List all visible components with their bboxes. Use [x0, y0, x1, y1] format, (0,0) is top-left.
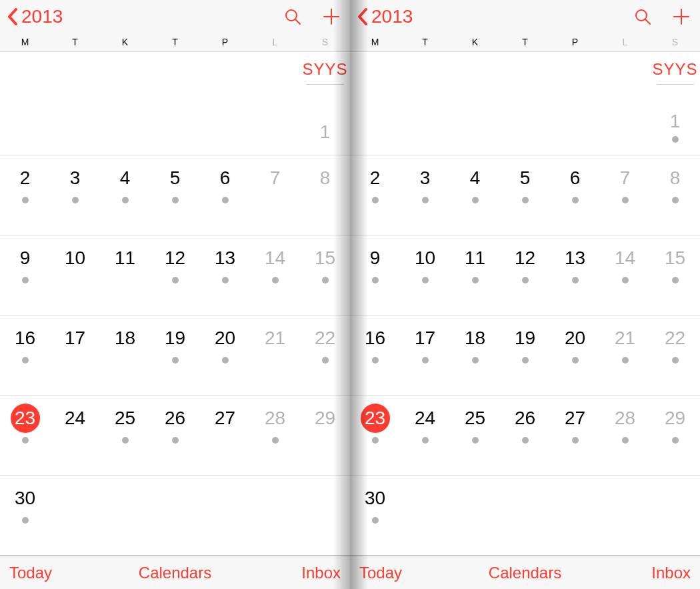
- day-number: 11: [461, 243, 490, 273]
- calendar-day[interactable]: 16: [0, 316, 50, 395]
- event-dot: [372, 277, 379, 283]
- calendar-day[interactable]: 29: [650, 396, 700, 475]
- calendar-day[interactable]: 28: [250, 396, 300, 475]
- day-number: 13: [211, 243, 240, 273]
- calendar-day[interactable]: 26: [500, 396, 550, 475]
- calendar-day[interactable]: 19: [500, 316, 550, 395]
- calendar-day[interactable]: 18: [450, 316, 500, 395]
- calendar-day[interactable]: 27: [200, 396, 250, 475]
- calendar-day[interactable]: 7: [600, 155, 650, 235]
- calendar-day[interactable]: 2: [0, 155, 50, 235]
- calendars-button[interactable]: Calendars: [489, 564, 561, 582]
- day-number: 25: [111, 404, 140, 433]
- calendar-day[interactable]: 24: [400, 396, 450, 475]
- calendar-day[interactable]: 30: [0, 476, 50, 555]
- calendar-day[interactable]: 15: [300, 235, 350, 315]
- event-dot: [672, 136, 679, 143]
- calendar-day[interactable]: 3: [50, 155, 100, 235]
- plus-icon[interactable]: [322, 7, 341, 26]
- topbar: 2013: [0, 0, 350, 33]
- week-row: SYYS1: [0, 52, 350, 155]
- day-number: 19: [511, 324, 540, 353]
- event-dot: [522, 277, 529, 283]
- calendar-day[interactable]: 8: [650, 155, 700, 235]
- calendar-day[interactable]: 6: [550, 155, 600, 235]
- calendar-day[interactable]: 26: [150, 396, 200, 475]
- calendar-day[interactable]: 3: [400, 155, 450, 235]
- inbox-button[interactable]: Inbox: [651, 564, 691, 582]
- calendar-day[interactable]: 14: [600, 235, 650, 315]
- day-number: 1: [320, 121, 331, 143]
- calendar-day[interactable]: 20: [200, 316, 250, 395]
- day-number: 23: [361, 404, 390, 433]
- calendar-day-today[interactable]: 23: [0, 396, 50, 475]
- inbox-button[interactable]: Inbox: [301, 564, 341, 582]
- calendar-day[interactable]: 5: [150, 155, 200, 235]
- calendar-day[interactable]: 8: [300, 155, 350, 235]
- calendar-day[interactable]: 22: [300, 316, 350, 395]
- calendar-day[interactable]: 13: [200, 235, 250, 315]
- weekday-label: L: [250, 33, 300, 52]
- calendar-day[interactable]: 12: [150, 235, 200, 315]
- calendar-day[interactable]: 28: [600, 396, 650, 475]
- calendar-day[interactable]: 11: [450, 235, 500, 315]
- calendar-day[interactable]: 9: [350, 235, 400, 315]
- day-number: 8: [661, 163, 690, 193]
- calendar-day[interactable]: 17: [50, 316, 100, 395]
- calendar-day: [200, 476, 250, 555]
- calendar-day[interactable]: 1: [650, 111, 700, 143]
- calendar-day[interactable]: 18: [100, 316, 150, 395]
- event-dot: [172, 197, 179, 203]
- search-icon[interactable]: [633, 7, 652, 26]
- search-icon[interactable]: [283, 7, 302, 26]
- calendar-day[interactable]: 5: [500, 155, 550, 235]
- calendar-day[interactable]: 30: [350, 476, 400, 555]
- calendar-day[interactable]: 10: [400, 235, 450, 315]
- calendar-day[interactable]: 15: [650, 235, 700, 315]
- calendar-day[interactable]: 7: [250, 155, 300, 235]
- calendar-day[interactable]: 19: [150, 316, 200, 395]
- today-button[interactable]: Today: [359, 564, 402, 582]
- calendar-day[interactable]: 2: [350, 155, 400, 235]
- calendar-day[interactable]: 22: [650, 316, 700, 395]
- calendar-day[interactable]: 12: [500, 235, 550, 315]
- calendar-day[interactable]: 20: [550, 316, 600, 395]
- today-button[interactable]: Today: [9, 564, 52, 582]
- calendar-day[interactable]: 17: [400, 316, 450, 395]
- event-dot: [172, 437, 179, 444]
- calendar-day[interactable]: 4: [100, 155, 150, 235]
- day-number: 29: [661, 404, 690, 433]
- calendar-day[interactable]: 6: [200, 155, 250, 235]
- calendar-day[interactable]: 25: [450, 396, 500, 475]
- day-number: 24: [61, 404, 90, 433]
- calendar-day[interactable]: 27: [550, 396, 600, 475]
- day-number: 6: [561, 163, 590, 193]
- event-dot: [572, 357, 579, 364]
- calendar-day[interactable]: 4: [450, 155, 500, 235]
- calendar-day[interactable]: 21: [250, 316, 300, 395]
- calendar-day[interactable]: 16: [350, 316, 400, 395]
- divider: [307, 84, 344, 85]
- back-button[interactable]: 2013: [7, 6, 63, 27]
- weekday-label: S: [300, 33, 350, 52]
- calendar-day[interactable]: 25: [100, 396, 150, 475]
- calendar-day[interactable]: 29: [300, 396, 350, 475]
- calendar-day[interactable]: 1: [300, 121, 350, 143]
- back-button[interactable]: 2013: [357, 6, 413, 27]
- calendars-button[interactable]: Calendars: [139, 564, 211, 582]
- calendar-day[interactable]: 21: [600, 316, 650, 395]
- calendar-day[interactable]: 24: [50, 396, 100, 475]
- dual-calendar-stage: 2013 M T K T P L S SYYS12345678910111213…: [0, 0, 700, 589]
- plus-icon[interactable]: [672, 7, 691, 26]
- calendar-day[interactable]: 11: [100, 235, 150, 315]
- calendar-day-today[interactable]: 23: [350, 396, 400, 475]
- month-label: SYYS: [650, 60, 700, 85]
- day-number: 21: [261, 324, 290, 353]
- event-dot: [22, 197, 29, 203]
- calendar-day: [250, 476, 300, 555]
- calendar-day[interactable]: 14: [250, 235, 300, 315]
- weekday-label: P: [550, 33, 600, 52]
- calendar-day[interactable]: 10: [50, 235, 100, 315]
- calendar-day[interactable]: 9: [0, 235, 50, 315]
- calendar-day[interactable]: 13: [550, 235, 600, 315]
